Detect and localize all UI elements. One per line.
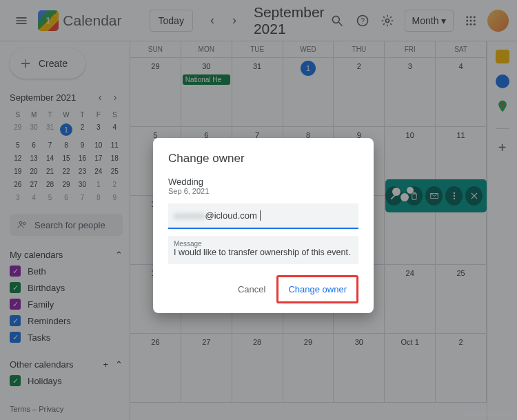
message-input[interactable]: Message I would like to transfer ownersh…: [168, 236, 358, 264]
dialog-event-date: Sep 6, 2021: [168, 187, 358, 195]
cancel-button[interactable]: Cancel: [231, 279, 272, 300]
change-owner-dialog: Change owner Wedding Sep 6, 2021 xxxxxxx…: [153, 138, 374, 313]
message-label: Message: [174, 240, 353, 248]
change-owner-confirm-button[interactable]: Change owner: [280, 279, 355, 300]
message-text: I would like to transfer ownership of th…: [174, 248, 353, 257]
email-local-part: xxxxxxx: [174, 210, 205, 221]
dialog-event-name: Wedding: [168, 177, 358, 187]
new-owner-email-input[interactable]: xxxxxxx@icloud.com: [168, 203, 358, 229]
tutorial-highlight: Change owner: [276, 275, 358, 303]
email-domain: @icloud.com: [205, 210, 257, 221]
dialog-title: Change owner: [168, 152, 358, 166]
watermark: www.deuaq.com: [463, 410, 513, 417]
